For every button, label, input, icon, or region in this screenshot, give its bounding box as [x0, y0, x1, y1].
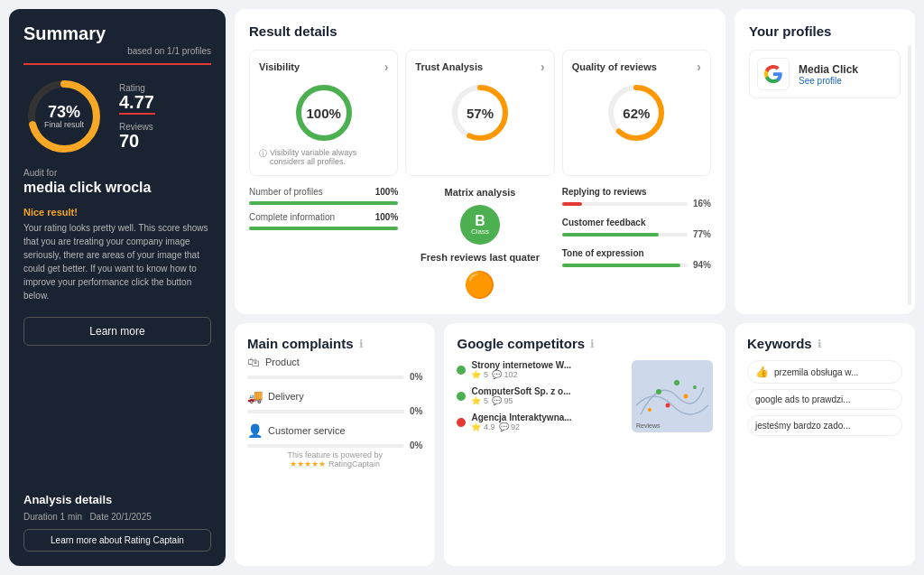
visibility-note: ⓘVisibility variable always considers al…: [259, 148, 388, 166]
keyword-text-2: google ads to prawdzi...: [755, 394, 851, 404]
profiles-info: Number of profiles 100% Complete informa…: [249, 187, 398, 300]
delivery-label: Delivery: [268, 391, 304, 402]
competitors-list: Strony internetowe W... ⭐ 5 💬 102 Comput…: [457, 360, 571, 432]
competitor-3: Agencja Interaktywna... ⭐ 4.9 💬 92: [457, 413, 571, 431]
rating-reviews: Rating 4.77 Reviews 70: [119, 83, 155, 150]
profile-name: Media Click: [799, 63, 858, 76]
profile-item: Media Click See profile: [749, 50, 901, 98]
customer-service-pct: 0%: [410, 441, 422, 450]
keywords-info-icon: ℹ: [818, 338, 822, 350]
svg-point-9: [656, 389, 661, 394]
your-profiles-title: Your profiles: [749, 23, 901, 39]
delivery-pct: 0%: [410, 406, 422, 416]
trust-value: 57%: [467, 106, 494, 121]
your-profiles-panel: Your profiles Media Click See profile: [735, 9, 915, 314]
keyword-item-1: 👍 przemila obsługa w...: [747, 360, 902, 384]
analysis-meta: Duration 1 min Date 20/1/2025: [23, 512, 211, 522]
divider: [23, 63, 211, 65]
rating-block: Rating 4.77: [119, 83, 155, 115]
reviews-block: Reviews 70: [119, 122, 155, 150]
num-profiles-value: 100%: [375, 187, 399, 197]
quality-chart: 62%: [605, 81, 668, 144]
keywords-panel: Keywords ℹ 👍 przemila obsługa w... googl…: [735, 323, 915, 566]
keyword-text-1: przemila obsługa w...: [774, 367, 858, 377]
rating-divider: [119, 113, 155, 115]
chevron-right-icon: ›: [384, 60, 389, 74]
chevron-right-icon2: ›: [541, 60, 545, 74]
complete-info-fill: [249, 227, 398, 230]
powered-by: This feature is powered by ★★★★★ RatingC…: [247, 450, 422, 468]
donut-text: 73% Final result: [44, 104, 84, 130]
left-panel: Summary based on 1/1 profiles 73% Final …: [9, 9, 226, 566]
learn-more-button[interactable]: Learn more: [23, 317, 211, 346]
quality-card: Quality of reviews › 62%: [562, 50, 711, 176]
complete-info-bar: [249, 227, 398, 230]
audit-for: Audit for: [23, 168, 211, 178]
delivery-icon: 🚚: [247, 389, 263, 403]
num-profiles-bar: [249, 201, 398, 205]
comp-dot-1: [457, 366, 466, 375]
main-complaints-panel: Main complaints ℹ 🛍 Product 0% 🚚: [235, 323, 435, 566]
company-name: media click wrocla: [23, 180, 211, 196]
trust-chart: 57%: [448, 81, 512, 144]
learn-captain-button[interactable]: Learn more about Rating Captain: [23, 529, 211, 552]
visibility-chart: 100%: [292, 81, 356, 144]
comp-name-3: Agencja Interaktywna...: [471, 413, 571, 422]
trust-card: Trust Analysis › 57%: [405, 50, 554, 176]
chevron-right-icon3: ›: [697, 60, 701, 74]
fresh-reviews-label: Fresh reviews last quater: [420, 252, 540, 263]
comp-dot-2: [457, 392, 466, 401]
right-metrics: Replying to reviews 16% Customer feedbac…: [562, 187, 711, 300]
competitors-title: Google competitors: [457, 336, 585, 351]
thumbs-up-icon-1: 👍: [755, 366, 769, 378]
competitor-map: Reviews: [632, 360, 713, 432]
quality-title: Quality of reviews ›: [572, 60, 701, 74]
trust-title: Trust Analysis ›: [415, 60, 544, 74]
complete-info-item: Complete information 100%: [249, 212, 398, 230]
google-competitors-panel: Google competitors ℹ Strony internetowe …: [444, 323, 725, 566]
result-text: Your rating looks pretty well. This scor…: [23, 221, 211, 302]
keywords-title: Keywords: [747, 336, 812, 351]
product-pct: 0%: [410, 372, 422, 382]
complaint-customer-service: 👤 Customer service 0%: [247, 423, 422, 450]
product-icon: 🛍: [247, 355, 260, 369]
fresh-reviews-icon: 🟠: [464, 270, 495, 300]
competitors-info-icon: ℹ: [590, 338, 595, 350]
num-profiles-item: Number of profiles 100%: [249, 187, 398, 205]
comp-name-2: ComputerSoft Sp. z o...: [471, 386, 570, 396]
result-details-panel: Result details Visibility › 100% ⓘVisibi…: [235, 9, 725, 314]
product-label: Product: [265, 357, 300, 367]
tone-expression-pct: 94%: [693, 260, 711, 270]
customer-feedback-pct: 77%: [693, 229, 711, 239]
scrollbar: [908, 45, 911, 305]
result-details-title: Result details: [249, 23, 711, 39]
competitor-1: Strony internetowe W... ⭐ 5 💬 102: [457, 360, 571, 379]
svg-point-10: [674, 380, 679, 385]
matrix-center: Matrix analysis B Class Fresh reviews la…: [405, 187, 554, 300]
keyword-text-3: jesteśmy bardzo zado...: [755, 421, 851, 431]
comp-dot-3: [457, 418, 466, 427]
complaints-header: Main complaints ℹ: [247, 336, 422, 351]
keyword-item-2: google ads to prawdzi...: [747, 389, 902, 410]
svg-point-14: [648, 408, 651, 412]
num-profiles-label: Number of profiles: [249, 187, 323, 197]
complaints-title: Main complaints: [247, 336, 354, 351]
result-bottom: Number of profiles 100% Complete informa…: [249, 187, 711, 300]
comp-name-1: Strony internetowe W...: [471, 360, 571, 370]
profile-info: Media Click See profile: [799, 63, 858, 86]
complaint-delivery: 🚚 Delivery 0%: [247, 389, 422, 416]
replying-reviews: Replying to reviews 16%: [562, 187, 711, 209]
analysis-details: Analysis details Duration 1 min Date 20/…: [23, 493, 211, 552]
result-metrics: Visibility › 100% ⓘVisibility variable a…: [249, 50, 711, 176]
rating-value: 4.77: [119, 93, 155, 111]
dashboard: Summary based on 1/1 profiles 73% Final …: [0, 0, 924, 575]
final-label: Final result: [44, 120, 84, 130]
keyword-item-3: jesteśmy bardzo zado...: [747, 415, 902, 436]
customer-feedback: Customer feedback 77%: [562, 218, 711, 239]
score-row: 73% Final result Rating 4.77 Reviews 70: [23, 76, 211, 157]
visibility-card: Visibility › 100% ⓘVisibility variable a…: [249, 50, 398, 176]
google-icon: [757, 58, 790, 90]
see-profile-link[interactable]: See profile: [799, 76, 858, 86]
customer-service-label: Customer service: [268, 425, 346, 436]
complete-info-label: Complete information: [249, 212, 335, 222]
